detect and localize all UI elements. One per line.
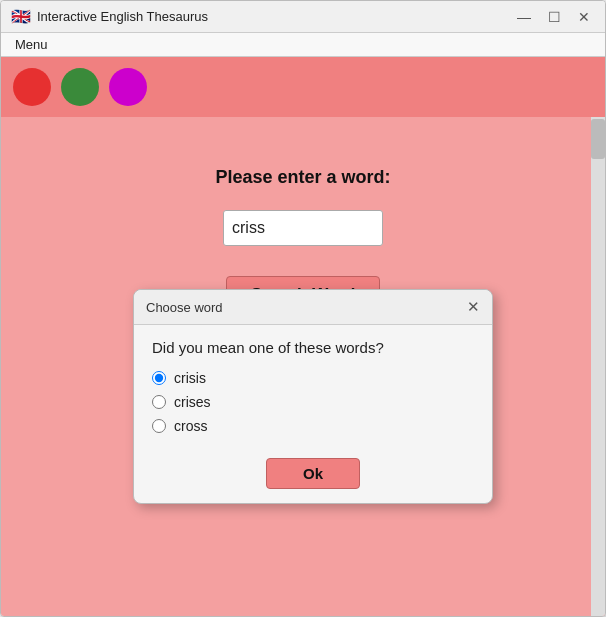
dialog-footer: Ok (134, 458, 492, 503)
dialog-question: Did you mean one of these words? (152, 339, 474, 356)
radio-input-cross[interactable] (152, 419, 166, 433)
toolbar (1, 57, 605, 117)
red-circle-button[interactable] (13, 68, 51, 106)
radio-input-crises[interactable] (152, 395, 166, 409)
app-window: 🇬🇧 Interactive English Thesaurus — ☐ ✕ M… (0, 0, 606, 617)
dialog-title: Choose word (146, 300, 223, 315)
maximize-button[interactable]: ☐ (543, 6, 565, 28)
radio-label-crisis: crisis (174, 370, 206, 386)
radio-option-crises[interactable]: crises (152, 394, 474, 410)
choose-word-dialog: Choose word ✕ Did you mean one of these … (133, 289, 493, 504)
radio-input-crisis[interactable] (152, 371, 166, 385)
dialog-close-button[interactable]: ✕ (467, 298, 480, 316)
radio-option-cross[interactable]: cross (152, 418, 474, 434)
main-content: Please enter a word: Search Word Choose … (1, 117, 605, 616)
title-bar-controls: — ☐ ✕ (513, 6, 595, 28)
title-bar-left: 🇬🇧 Interactive English Thesaurus (11, 7, 208, 26)
dialog-body: Did you mean one of these words? crisis … (134, 325, 492, 458)
menu-bar: Menu (1, 33, 605, 57)
radio-option-crisis[interactable]: crisis (152, 370, 474, 386)
dialog-overlay: Choose word ✕ Did you mean one of these … (1, 117, 605, 616)
menu-item-menu[interactable]: Menu (11, 37, 52, 52)
purple-circle-button[interactable] (109, 68, 147, 106)
radio-label-crises: crises (174, 394, 211, 410)
flag-icon: 🇬🇧 (11, 7, 31, 26)
minimize-button[interactable]: — (513, 6, 535, 28)
window-title: Interactive English Thesaurus (37, 9, 208, 24)
green-circle-button[interactable] (61, 68, 99, 106)
close-button[interactable]: ✕ (573, 6, 595, 28)
dialog-titlebar: Choose word ✕ (134, 290, 492, 325)
ok-button[interactable]: Ok (266, 458, 360, 489)
title-bar: 🇬🇧 Interactive English Thesaurus — ☐ ✕ (1, 1, 605, 33)
radio-label-cross: cross (174, 418, 207, 434)
